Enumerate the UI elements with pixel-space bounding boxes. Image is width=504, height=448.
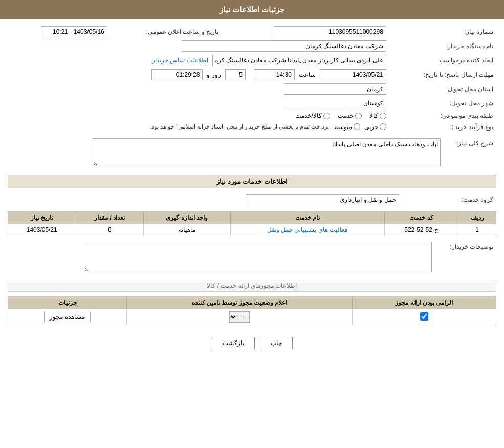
- category-kala-khedmat-radio[interactable]: [323, 113, 330, 119]
- category-khedmat-radio[interactable]: [355, 113, 362, 119]
- category-khedmat-option[interactable]: خدمت: [338, 112, 362, 119]
- need-number-cell: [222, 25, 389, 39]
- col-row-number: ردیف: [458, 211, 496, 224]
- city-input[interactable]: [284, 98, 386, 109]
- service-group-table: گروه خدمت:: [8, 193, 496, 207]
- license-required-checkbox[interactable]: [420, 312, 428, 321]
- footer-buttons: چاپ بازگشت: [8, 329, 496, 357]
- col-count: تعداد / مقدار: [76, 211, 143, 224]
- buyer-notes-table: توضیحات خریدار:: [8, 240, 496, 275]
- procurement-motevaset-label: متوسط: [333, 123, 352, 131]
- license-required-cell: [352, 309, 496, 325]
- announce-date-input[interactable]: [41, 26, 107, 37]
- services-section-title: اطلاعات خدمات مورد نیاز: [8, 175, 496, 188]
- buyer-org-input[interactable]: [182, 40, 386, 52]
- need-number-input[interactable]: [274, 26, 386, 37]
- city-cell: [8, 96, 389, 111]
- need-desc-textarea[interactable]: [93, 138, 441, 166]
- main-content: شماره نیاز: تاریخ و ساعت اعلان عمومی: نا…: [0, 19, 504, 362]
- category-kala-radio[interactable]: [380, 113, 386, 119]
- remaining-label: روز و: [207, 71, 221, 78]
- procurement-jozei-option[interactable]: جزیی: [364, 123, 386, 131]
- col-required: الزامی بودن ارائه مجوز: [352, 296, 496, 309]
- procurement-jozei-label: جزیی: [364, 123, 378, 131]
- service-name-link[interactable]: فعالیت های پشتیبانی حمل ونقل: [267, 226, 348, 233]
- page-wrapper: جزئیات اطلاعات نیاز شماره نیاز: تاریخ و …: [0, 0, 504, 448]
- category-khedmat-label: خدمت: [338, 112, 354, 119]
- col-details: جزئیات: [8, 296, 127, 309]
- license-row: -- مشاهده مجوز: [8, 309, 496, 325]
- col-service-code: کد خدمت: [385, 211, 458, 224]
- service-group-label: گروه خدمت:: [402, 193, 496, 207]
- requester-input[interactable]: [212, 55, 386, 66]
- procurement-motevaset-radio[interactable]: [354, 123, 360, 130]
- province-input[interactable]: [284, 83, 386, 95]
- buyer-org-cell: [8, 39, 389, 53]
- procurement-cell: جزیی متوسط پرداخت تمام یا بخشی از مبلغ خ…: [8, 121, 389, 133]
- city-label: شهر محل تحویل:: [389, 96, 496, 111]
- category-kala-option[interactable]: کالا: [369, 112, 386, 119]
- requester-label: ایجاد کننده درخواست:: [389, 53, 496, 68]
- reply-days-input[interactable]: [225, 69, 246, 80]
- procurement-label: نوع فرآیند خرید :: [389, 121, 496, 133]
- col-date: تاریخ نیاز: [8, 211, 76, 224]
- license-status-cell: --: [127, 309, 353, 325]
- procurement-jozei-radio[interactable]: [380, 123, 386, 130]
- reply-time-input[interactable]: [254, 69, 295, 80]
- need-desc-label: شرح کلی نیاز:: [444, 137, 496, 169]
- col-service-name: نام خدمت: [230, 211, 384, 224]
- category-label: طبقه بندی موضوعی:: [389, 111, 496, 121]
- buyer-org-label: نام دستگاه خریدار:: [389, 39, 496, 53]
- reply-deadline-cell: ساعت روز و: [8, 68, 389, 82]
- col-unit: واحد اندازه گیری: [143, 211, 230, 224]
- reply-remaining-input[interactable]: [151, 69, 203, 80]
- buyer-notes-cell: [8, 240, 435, 275]
- announce-date-cell: [8, 25, 111, 39]
- page-header: جزئیات اطلاعات نیاز: [0, 0, 504, 19]
- service-group-cell: [8, 193, 402, 207]
- category-kala-khedmat-label: کالا/خدمت: [295, 112, 321, 119]
- license-section-title: اطلاعات مجوزهای ارائه خدمت / کالا: [8, 280, 496, 292]
- requester-cell: اطلاعات تماس خریدار: [8, 53, 389, 68]
- license-detail-cell: مشاهده مجوز: [8, 309, 127, 325]
- buyer-notes-label: توضیحات خریدار:: [435, 240, 496, 275]
- license-status-select[interactable]: --: [229, 311, 250, 323]
- procurement-motevaset-option[interactable]: متوسط: [333, 123, 360, 131]
- info-table: شماره نیاز: تاریخ و ساعت اعلان عمومی: نا…: [8, 25, 496, 133]
- view-license-button[interactable]: مشاهده مجوز: [44, 312, 90, 322]
- procurement-note: پرداخت تمام یا بخشی از مبلغ خریدار از مح…: [150, 122, 329, 131]
- need-number-label: شماره نیاز:: [389, 25, 496, 39]
- reply-date-input[interactable]: [320, 69, 386, 80]
- back-button[interactable]: بازگشت: [212, 337, 255, 349]
- need-desc-table: شرح کلی نیاز:: [8, 137, 496, 169]
- contact-link[interactable]: اطلاعات تماس خریدار: [152, 57, 208, 64]
- province-cell: [8, 82, 389, 96]
- buyer-notes-textarea[interactable]: [84, 242, 432, 272]
- service-group-input[interactable]: [246, 194, 399, 205]
- license-table: الزامی بودن ارائه مجوز اعلام وضعیت مجوز …: [8, 296, 496, 325]
- service-table: ردیف کد خدمت نام خدمت واحد اندازه گیری ت…: [8, 211, 496, 236]
- reply-deadline-label: مهلت ارسال پاسخ: تا تاریخ:: [389, 68, 496, 82]
- need-desc-cell: [8, 137, 444, 169]
- category-kala-khedmat-option[interactable]: کالا/خدمت: [295, 112, 330, 119]
- category-cell: کالا خدمت کالا/خدمت: [8, 111, 389, 121]
- time-label: ساعت: [299, 71, 316, 78]
- page-title: جزئیات اطلاعات نیاز: [220, 5, 284, 14]
- province-label: استان محل تحویل:: [389, 82, 496, 96]
- print-button[interactable]: چاپ: [260, 337, 293, 349]
- table-row: 1ح-52-52-522فعالیت های پشتیبانی حمل ونقل…: [8, 224, 496, 236]
- announce-date-label: تاریخ و ساعت اعلان عمومی:: [111, 25, 222, 39]
- category-kala-label: کالا: [369, 112, 378, 119]
- col-status-notify: اعلام وضعیت مجوز توسط نامین کننده: [127, 296, 353, 309]
